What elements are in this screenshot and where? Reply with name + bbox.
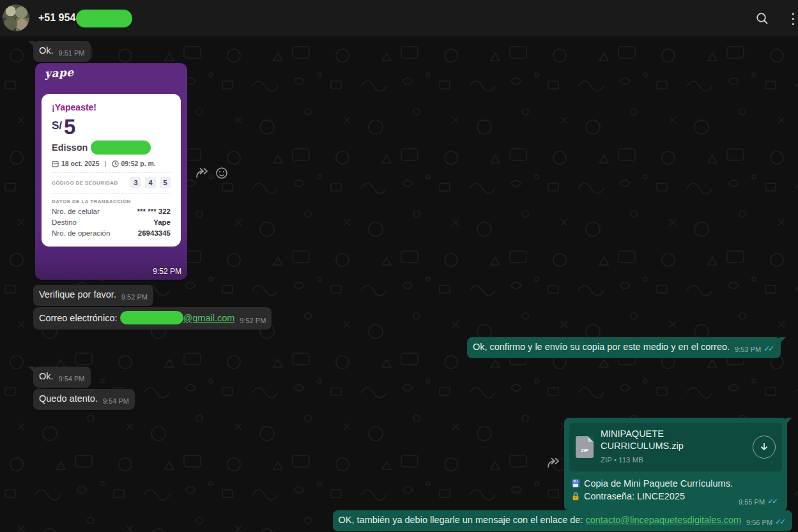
message-time: 9:56 PM xyxy=(746,519,772,526)
message-time: 9:51 PM xyxy=(59,49,85,57)
read-receipt-icon: ✓✓ xyxy=(767,497,779,506)
emoji-reaction-icon[interactable] xyxy=(215,167,228,179)
caption-text: Contraseña: LINCE2025 xyxy=(584,491,685,501)
message-text: Ok, confirmo y le envío su copia por est… xyxy=(473,342,730,352)
recipient-redaction xyxy=(91,141,151,155)
phone-redaction xyxy=(76,10,132,27)
clock-icon xyxy=(112,160,119,167)
message-text: Ok. xyxy=(39,371,54,381)
receipt-amount: S/5 xyxy=(52,115,171,139)
message-time: 9:53 PM xyxy=(735,346,761,353)
row-value: 26943345 xyxy=(138,229,171,237)
file-meta: ZIP • 113 MB xyxy=(601,454,748,466)
yape-receipt-image[interactable]: yape ¡Yapeaste! S/5 Edisson 18 oct. 2025… xyxy=(35,63,187,280)
message-time: 9:54 PM xyxy=(59,375,85,383)
forward-icon[interactable] xyxy=(546,456,562,470)
receipt-datetime: 18 oct. 2025 | 09:52 p. m. xyxy=(52,160,171,167)
receipt-time: 09:52 p. m. xyxy=(121,160,156,167)
avatar[interactable] xyxy=(3,4,29,31)
message-bubble-incoming: Ok.9:54 PM xyxy=(33,367,91,388)
receipt-recipient: Edisson xyxy=(52,141,171,156)
message-bubble-outgoing: Ok, confirmo y le envío su copia por est… xyxy=(467,337,781,358)
whatsapp-chat-window: +51 954 ⋮ Ok.9:51 PM yape ¡Yapeaste! S/5… xyxy=(0,0,798,532)
email-redaction xyxy=(120,311,183,324)
receipt-title: ¡Yapeaste! xyxy=(52,102,171,112)
row-value: *** *** 322 xyxy=(137,208,171,215)
chat-header: +51 954 ⋮ xyxy=(0,0,798,36)
file-name: MINIPAQUETE CURRICULUMS.zip xyxy=(601,428,722,452)
code-digit: 3 xyxy=(130,177,141,188)
message-text: OK, también ya debio llegarle un mensaje… xyxy=(339,515,586,525)
receipt-card: ¡Yapeaste! S/5 Edisson 18 oct. 2025 | xyxy=(42,94,181,247)
security-code-label: CÓDIGO DE SEGURIDAD xyxy=(52,180,130,186)
message-text: Correo electrónico: xyxy=(39,313,120,323)
amount-value: 5 xyxy=(64,115,75,139)
recipient-name: Edisson xyxy=(52,142,88,153)
message-time: 9:52 PM xyxy=(240,317,266,324)
message-text: Ok. xyxy=(39,45,54,56)
lock-key-icon xyxy=(571,492,581,501)
separator: | xyxy=(105,160,107,167)
calendar-icon xyxy=(52,160,59,167)
message-bubble-incoming: Ok.9:51 PM xyxy=(33,41,91,62)
security-code-digits: 3 4 5 xyxy=(130,177,171,188)
forward-icon[interactable] xyxy=(194,166,211,180)
file-info: MINIPAQUETE CURRICULUMS.zip ZIP • 113 MB xyxy=(601,428,748,466)
message-text: Verifique por favor. xyxy=(39,289,116,300)
message-time: 9:54 PM xyxy=(103,397,129,405)
menu-icon[interactable]: ⋮ xyxy=(786,10,798,25)
download-button[interactable] xyxy=(753,436,776,459)
file-message-bubble: ZIP MINIPAQUETE CURRICULUMS.zip ZIP • 11… xyxy=(564,418,787,511)
contact-phone[interactable]: +51 954 xyxy=(38,12,75,24)
download-icon xyxy=(759,442,769,452)
caption-line: Copia de Mini Paquete Currículums. xyxy=(571,477,781,490)
row-label: Nro. de celular xyxy=(52,208,100,215)
divider xyxy=(52,172,171,173)
message-time: 9:52 PM xyxy=(121,293,148,301)
message-text: Quedo atento. xyxy=(39,393,98,404)
floppy-disk-icon xyxy=(571,479,581,488)
zip-file-icon: ZIP xyxy=(576,436,594,458)
code-digit: 5 xyxy=(160,177,171,188)
message-time: 9:52 PM xyxy=(153,267,181,276)
yape-logo: yape xyxy=(45,66,75,80)
message-time: 9:55 PM xyxy=(739,498,765,506)
code-digit: 4 xyxy=(145,177,156,188)
caption-text: Copia de Mini Paquete Currículums. xyxy=(584,478,733,489)
currency-label: S/ xyxy=(52,119,62,132)
receipt-date: 18 oct. 2025 xyxy=(61,160,100,167)
message-bubble-outgoing: OK, también ya debio llegarle un mensaje… xyxy=(333,510,792,531)
message-bubble-incoming: Quedo atento.9:54 PM xyxy=(33,389,135,410)
message-bubble-incoming: Correo electrónico: @gmail.com9:52 PM xyxy=(33,307,272,330)
read-receipt-icon: ✓✓ xyxy=(763,344,775,353)
zip-badge: ZIP xyxy=(576,445,594,457)
transaction-row: Nro. de celular *** *** 322 xyxy=(52,208,171,215)
security-code-row: CÓDIGO DE SEGURIDAD 3 4 5 xyxy=(52,177,171,188)
row-label: Destino xyxy=(52,218,77,226)
transaction-data-label: DATOS DE LA TRANSACCIÓN xyxy=(52,199,171,204)
contact-email-link[interactable]: contacto@lincepaquetesdigitales.com xyxy=(585,515,741,525)
file-attachment[interactable]: ZIP MINIPAQUETE CURRICULUMS.zip ZIP • 11… xyxy=(569,423,782,471)
row-label: Nro. de operación xyxy=(52,229,110,237)
transaction-row: Destino Yape xyxy=(52,218,171,226)
search-icon[interactable] xyxy=(755,11,770,26)
divider xyxy=(52,194,171,194)
message-time-row: 9:55 PM✓✓ xyxy=(739,494,779,506)
transaction-row: Nro. de operación 26943345 xyxy=(52,229,171,237)
email-link[interactable]: @gmail.com xyxy=(183,313,235,323)
read-receipt-icon: ✓✓ xyxy=(775,517,786,526)
row-value: Yape xyxy=(153,218,171,226)
message-bubble-incoming: Verifique por favor.9:52 PM xyxy=(33,285,153,306)
